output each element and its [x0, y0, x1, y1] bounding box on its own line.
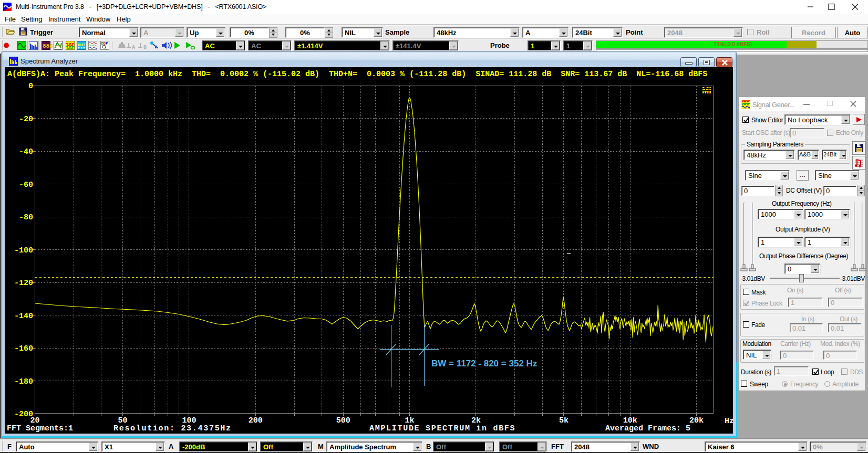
svg-text:-60: -60: [19, 181, 33, 189]
svg-text:Resolution: 23.4375Hz: Resolution: 23.4375Hz: [113, 424, 232, 433]
svg-text:20k: 20k: [689, 416, 704, 425]
svg-text:-120: -120: [14, 279, 33, 288]
svg-text:-80: -80: [19, 213, 33, 222]
svg-text:-160: -160: [14, 344, 33, 353]
svg-text:BW = 1172 - 820 = 352 Hz: BW = 1172 - 820 = 352 Hz: [431, 359, 537, 368]
svg-text:-40: -40: [19, 148, 33, 156]
svg-text:FFT Segments:1: FFT Segments:1: [7, 424, 73, 433]
svg-text:DUT: DUT: [78, 43, 86, 47]
svg-text:B: B: [143, 45, 147, 50]
svg-text:AMPLITUDE SPECTRUM in dBFS: AMPLITUDE SPECTRUM in dBFS: [369, 424, 515, 433]
svg-text:Hz: Hz: [725, 417, 733, 426]
svg-text:888: 888: [43, 43, 53, 49]
svg-text:A: A: [132, 45, 135, 50]
svg-text:-100: -100: [14, 246, 33, 255]
svg-text:-140: -140: [14, 312, 33, 321]
svg-text:A(dBFS)A: Peak Frequency= 1.0: A(dBFS)A: Peak Frequency= 1.0000 kHz THD…: [7, 70, 707, 79]
svg-text:Averaged Frames: 5: Averaged Frames: 5: [605, 424, 690, 433]
svg-text:-180: -180: [14, 377, 33, 386]
svg-text:5k: 5k: [559, 416, 569, 425]
svg-text:-20: -20: [19, 115, 33, 124]
svg-text:500: 500: [336, 416, 350, 425]
svg-text:0: 0: [28, 82, 33, 91]
svg-text:200: 200: [249, 416, 263, 425]
